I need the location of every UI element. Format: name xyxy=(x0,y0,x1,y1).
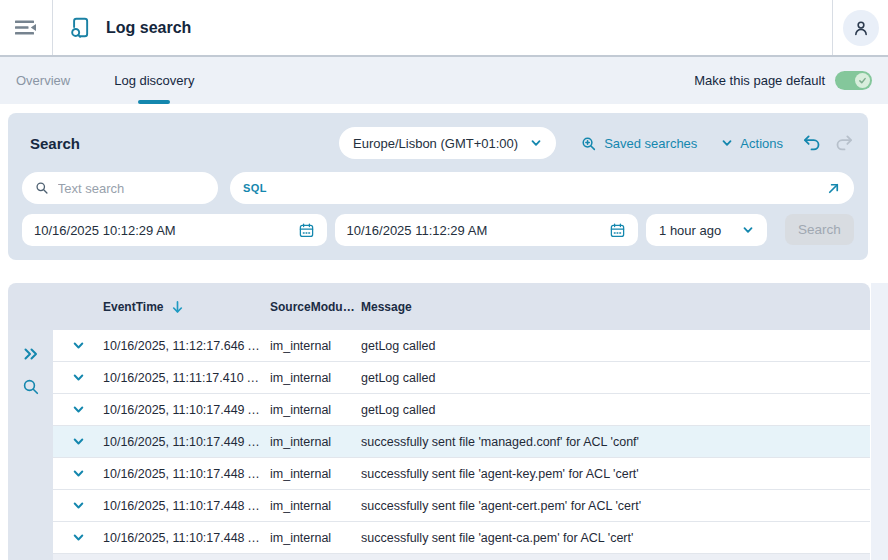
column-header-message[interactable]: Message xyxy=(361,300,870,314)
column-header-sourcemodule[interactable]: SourceModu… xyxy=(270,300,361,314)
row-expand-button[interactable] xyxy=(53,531,103,544)
saved-searches-button[interactable]: Saved searches xyxy=(580,135,697,152)
row-expand-button[interactable] xyxy=(53,339,103,352)
cell-sourcemodule: im_internal xyxy=(270,339,361,353)
cell-eventtime: 10/16/2025, 11:10:17.448 AM xyxy=(103,531,270,545)
row-expand-button[interactable] xyxy=(53,499,103,512)
sort-descending-button[interactable] xyxy=(171,300,184,314)
chevron-down-icon xyxy=(721,137,733,149)
actions-label: Actions xyxy=(740,136,783,151)
log-search-icon xyxy=(66,14,93,41)
cell-message: getLog called xyxy=(361,371,870,385)
make-default-control: Make this page default xyxy=(694,71,872,90)
column-header-eventtime[interactable]: EventTime xyxy=(103,300,270,314)
date-to-input[interactable] xyxy=(347,223,610,238)
arrow-down-icon xyxy=(171,300,184,314)
date-to-field xyxy=(335,214,639,246)
date-from-calendar-button[interactable] xyxy=(298,222,315,239)
redo-button[interactable] xyxy=(835,134,854,152)
table-row[interactable]: 10/16/2025, 11:10:17.448 AM im_internal … xyxy=(53,490,870,522)
search-submit-button[interactable]: Search xyxy=(785,214,854,245)
chevron-down-icon xyxy=(72,371,85,384)
user-icon xyxy=(851,18,871,38)
table-header-row: EventTime SourceModu… Message xyxy=(8,283,870,330)
search-icon xyxy=(22,378,40,396)
cell-message: getLog called xyxy=(361,339,870,353)
row-expand-button[interactable] xyxy=(53,403,103,416)
chevron-down-icon xyxy=(72,339,85,352)
timezone-select[interactable]: Europe/Lisbon (GMT+01:00) xyxy=(339,127,556,159)
expand-panel-button[interactable] xyxy=(23,347,39,361)
sql-expand-button[interactable] xyxy=(826,181,841,196)
table-row[interactable]: 10/16/2025, 11:10:17.449 AM im_internal … xyxy=(53,426,870,458)
chevron-down-icon xyxy=(72,467,85,480)
cell-message: getLog called xyxy=(361,403,870,417)
undo-button[interactable] xyxy=(802,134,821,152)
chevron-down-icon xyxy=(742,224,754,236)
row-expand-button[interactable] xyxy=(53,435,103,448)
cell-sourcemodule: im_internal xyxy=(270,499,361,513)
chevron-down-icon xyxy=(72,403,85,416)
date-from-input[interactable] xyxy=(34,223,298,238)
check-icon xyxy=(858,76,867,85)
cell-sourcemodule: im_internal xyxy=(270,403,361,417)
make-default-toggle[interactable] xyxy=(835,71,872,90)
table-rows: 10/16/2025, 11:12:17.646 AM im_internal … xyxy=(53,330,870,560)
date-from-field xyxy=(22,214,327,246)
search-panel: Search Europe/Lisbon (GMT+01:00) Saved s… xyxy=(8,113,868,260)
vertical-scrollbar-track[interactable] xyxy=(871,283,888,560)
results-section: EventTime SourceModu… Message xyxy=(8,283,888,560)
collapse-menu-button[interactable] xyxy=(15,20,37,35)
tab-log-discovery[interactable]: Log discovery xyxy=(92,57,216,104)
relative-time-value: 1 hour ago xyxy=(659,223,721,238)
table-row[interactable]: 10/16/2025, 11:10:17.448 AM im_internal … xyxy=(53,458,870,490)
table-body: 10/16/2025, 11:12:17.646 AM im_internal … xyxy=(8,330,870,560)
table-search-button[interactable] xyxy=(22,378,40,396)
chevron-down-icon xyxy=(530,137,542,149)
date-to-calendar-button[interactable] xyxy=(609,222,626,239)
table-row-partial xyxy=(53,554,870,560)
sql-query-field[interactable]: SQL xyxy=(230,172,854,204)
table-row[interactable]: 10/16/2025, 11:10:17.448 AM im_internal … xyxy=(53,522,870,554)
table-row[interactable]: 10/16/2025, 11:12:17.646 AM im_internal … xyxy=(53,330,870,362)
text-search-input[interactable] xyxy=(58,181,205,196)
sql-label: SQL xyxy=(243,182,267,194)
tab-overview[interactable]: Overview xyxy=(0,57,92,104)
table-row[interactable]: 10/16/2025, 11:10:17.449 AM im_internal … xyxy=(53,394,870,426)
page-title: Log search xyxy=(106,19,191,37)
chevron-down-icon xyxy=(72,435,85,448)
chevron-down-icon xyxy=(72,531,85,544)
calendar-icon xyxy=(609,222,626,239)
row-expand-button[interactable] xyxy=(53,467,103,480)
row-expand-button[interactable] xyxy=(53,371,103,384)
relative-time-select[interactable]: 1 hour ago xyxy=(646,214,767,246)
table-side-panel xyxy=(8,330,53,560)
table-row[interactable]: 10/16/2025, 11:11:17.410 AM im_internal … xyxy=(53,362,870,394)
expand-arrow-icon xyxy=(826,181,841,196)
double-chevron-right-icon xyxy=(23,347,39,361)
make-default-label: Make this page default xyxy=(694,73,825,88)
user-avatar[interactable] xyxy=(843,10,879,46)
actions-button[interactable]: Actions xyxy=(721,136,783,151)
cell-sourcemodule: im_internal xyxy=(270,531,361,545)
cell-eventtime: 10/16/2025, 11:12:17.646 AM xyxy=(103,339,270,353)
calendar-icon xyxy=(298,222,315,239)
chevron-down-icon xyxy=(72,499,85,512)
cell-sourcemodule: im_internal xyxy=(270,371,361,385)
search-icon xyxy=(35,180,49,196)
avatar-area xyxy=(832,0,888,55)
log-table: EventTime SourceModu… Message xyxy=(8,283,870,560)
cell-eventtime: 10/16/2025, 11:10:17.449 AM xyxy=(103,403,270,417)
cell-message: successfully sent file 'agent-key.pem' f… xyxy=(361,467,870,481)
cell-sourcemodule: im_internal xyxy=(270,467,361,481)
toggle-thumb xyxy=(855,73,870,88)
redo-icon xyxy=(835,134,854,152)
undo-icon xyxy=(802,134,821,152)
collapse-menu-icon xyxy=(15,20,37,35)
cell-eventtime: 10/16/2025, 11:10:17.448 AM xyxy=(103,467,270,481)
cell-eventtime: 10/16/2025, 11:10:17.448 AM xyxy=(103,499,270,513)
cell-message: successfully sent file 'managed.conf' fo… xyxy=(361,435,870,449)
cell-eventtime: 10/16/2025, 11:11:17.410 AM xyxy=(103,371,270,385)
cell-eventtime: 10/16/2025, 11:10:17.449 AM xyxy=(103,435,270,449)
top-header: Log search xyxy=(0,0,888,57)
